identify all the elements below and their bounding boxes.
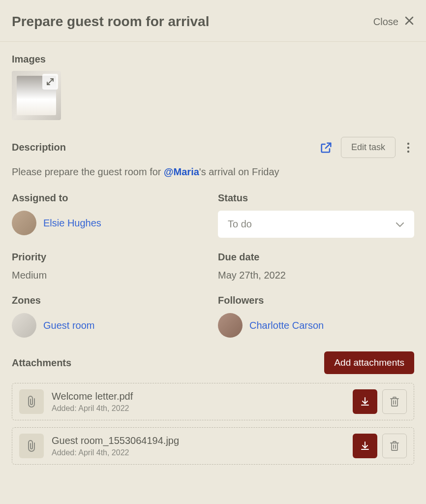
image-thumbnail[interactable] bbox=[12, 71, 61, 120]
zone-thumbnail bbox=[12, 313, 36, 338]
assigned-name: Elsie Hughes bbox=[43, 218, 101, 229]
download-icicon bbox=[360, 441, 370, 451]
kebab-icon bbox=[407, 142, 410, 154]
status-label: Status bbox=[218, 192, 414, 204]
expand-icon[interactable] bbox=[42, 74, 58, 90]
trash-icon bbox=[389, 396, 400, 408]
due-date-value: May 27th, 2022 bbox=[218, 270, 414, 281]
avatar bbox=[218, 313, 243, 338]
task-title: Prepare guest room for arrival bbox=[12, 14, 209, 30]
svg-point-0 bbox=[407, 142, 409, 144]
due-date-label: Due date bbox=[218, 252, 414, 263]
priority-field: Priority Medium bbox=[12, 252, 208, 281]
assigned-person[interactable]: Elsie Hughes bbox=[12, 211, 208, 235]
attachment-meta: Added: April 4th, 2022 bbox=[52, 404, 345, 413]
edit-task-button[interactable]: Edit task bbox=[341, 137, 396, 158]
followers-label: Followers bbox=[218, 295, 414, 306]
svg-point-2 bbox=[407, 150, 409, 152]
priority-value: Medium bbox=[12, 270, 208, 281]
close-button[interactable]: Close bbox=[373, 16, 414, 28]
download-button[interactable] bbox=[353, 389, 377, 414]
task-header: Prepare guest room for arrival Close bbox=[0, 0, 426, 42]
paperclip-icon bbox=[19, 389, 44, 414]
follower-name: Charlotte Carson bbox=[249, 320, 324, 331]
zones-label: Zones bbox=[12, 295, 208, 306]
mention[interactable]: @Maria bbox=[164, 166, 199, 177]
attachment-row: Welcome letter.pdf Added: April 4th, 202… bbox=[12, 383, 414, 420]
paperclip-icon bbox=[19, 434, 44, 458]
add-attachments-button[interactable]: Add attachments bbox=[324, 351, 414, 374]
status-value: To do bbox=[228, 219, 252, 230]
due-date-field: Due date May 27th, 2022 bbox=[218, 252, 414, 281]
download-button[interactable] bbox=[353, 434, 377, 458]
attachments-label: Attachments bbox=[12, 357, 71, 369]
delete-button[interactable] bbox=[382, 389, 407, 414]
svg-point-1 bbox=[407, 146, 409, 148]
attachment-name: Welcome letter.pdf bbox=[52, 391, 345, 402]
assigned-label: Assigned to bbox=[12, 192, 208, 204]
attachment-row: Guest room_1553064194.jpg Added: April 4… bbox=[12, 427, 414, 465]
priority-label: Priority bbox=[12, 252, 208, 263]
status-select[interactable]: To do bbox=[218, 211, 414, 238]
download-icon bbox=[360, 396, 370, 407]
assigned-field: Assigned to Elsie Hughes bbox=[12, 192, 208, 238]
zones-field: Zones Guest room bbox=[12, 295, 208, 338]
delete-button[interactable] bbox=[382, 434, 407, 458]
close-label: Close bbox=[373, 16, 398, 28]
trash-icon bbox=[389, 440, 400, 452]
description-label: Description bbox=[12, 142, 66, 153]
attachment-meta: Added: April 4th, 2022 bbox=[52, 448, 345, 457]
avatar bbox=[12, 211, 36, 235]
close-icon bbox=[404, 16, 414, 28]
description-text: Please prepare the guest room for @Maria… bbox=[12, 165, 414, 179]
chevron-down-icon bbox=[396, 221, 404, 227]
open-external-button[interactable] bbox=[318, 140, 334, 156]
external-link-icon bbox=[319, 141, 333, 155]
follower-item[interactable]: Charlotte Carson bbox=[218, 313, 414, 338]
images-label: Images bbox=[12, 54, 414, 65]
zone-item[interactable]: Guest room bbox=[12, 313, 208, 338]
zone-name: Guest room bbox=[43, 320, 94, 331]
status-field: Status To do bbox=[218, 192, 414, 238]
more-options-button[interactable] bbox=[402, 140, 414, 156]
attachment-name: Guest room_1553064194.jpg bbox=[52, 435, 345, 446]
followers-field: Followers Charlotte Carson bbox=[218, 295, 414, 338]
